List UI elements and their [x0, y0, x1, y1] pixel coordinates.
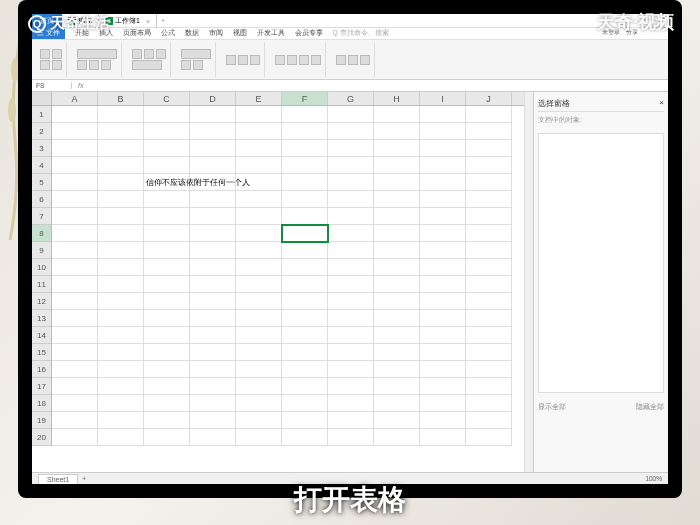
cell-B17[interactable] [98, 378, 144, 395]
scrollbar-vertical[interactable] [524, 92, 533, 472]
cell-D9[interactable] [190, 242, 236, 259]
ribbon-align-r[interactable] [156, 49, 166, 59]
menu-data[interactable]: 数据 [185, 29, 199, 38]
cell-J5[interactable] [466, 174, 512, 191]
cell-B7[interactable] [98, 208, 144, 225]
cell-J10[interactable] [466, 259, 512, 276]
cell-A11[interactable] [52, 276, 98, 293]
cell-E14[interactable] [236, 327, 282, 344]
cell-E20[interactable] [236, 429, 282, 446]
cell-G14[interactable] [328, 327, 374, 344]
cell-A16[interactable] [52, 361, 98, 378]
panel-hide-all[interactable]: 隐藏全部 [636, 403, 664, 412]
ribbon-comma[interactable] [193, 60, 203, 70]
cell-H16[interactable] [374, 361, 420, 378]
cell-C3[interactable] [144, 140, 190, 157]
tab-add[interactable]: + [161, 17, 165, 24]
cell-E10[interactable] [236, 259, 282, 276]
cell-G20[interactable] [328, 429, 374, 446]
cell-I10[interactable] [420, 259, 466, 276]
cell-D8[interactable] [190, 225, 236, 242]
col-header-I[interactable]: I [420, 92, 466, 105]
cell-F10[interactable] [282, 259, 328, 276]
cell-H10[interactable] [374, 259, 420, 276]
row-header-12[interactable]: 12 [32, 293, 52, 310]
cell-J14[interactable] [466, 327, 512, 344]
row-header-11[interactable]: 11 [32, 276, 52, 293]
col-header-G[interactable]: G [328, 92, 374, 105]
cell-F13[interactable] [282, 310, 328, 327]
col-header-A[interactable]: A [52, 92, 98, 105]
cell-G16[interactable] [328, 361, 374, 378]
cell-I18[interactable] [420, 395, 466, 412]
cell-H13[interactable] [374, 310, 420, 327]
cell-B8[interactable] [98, 225, 144, 242]
cell-D3[interactable] [190, 140, 236, 157]
cell-F16[interactable] [282, 361, 328, 378]
cell-E18[interactable] [236, 395, 282, 412]
cell-F6[interactable] [282, 191, 328, 208]
cell-I1[interactable] [420, 106, 466, 123]
cell-F12[interactable] [282, 293, 328, 310]
cell-D20[interactable] [190, 429, 236, 446]
ribbon-filter[interactable] [299, 55, 309, 65]
cell-E12[interactable] [236, 293, 282, 310]
ribbon-bold[interactable] [77, 60, 87, 70]
cell-J16[interactable] [466, 361, 512, 378]
cell-I15[interactable] [420, 344, 466, 361]
cell-E8[interactable] [236, 225, 282, 242]
menu-formula[interactable]: 公式 [161, 29, 175, 38]
zoom-level[interactable]: 100% [645, 475, 662, 482]
cell-C18[interactable] [144, 395, 190, 412]
col-header-B[interactable]: B [98, 92, 144, 105]
cell-B3[interactable] [98, 140, 144, 157]
ribbon-percent[interactable] [181, 60, 191, 70]
cell-B14[interactable] [98, 327, 144, 344]
cell-I7[interactable] [420, 208, 466, 225]
cell-H2[interactable] [374, 123, 420, 140]
cell-I17[interactable] [420, 378, 466, 395]
cell-H4[interactable] [374, 157, 420, 174]
panel-show-all[interactable]: 显示全部 [538, 403, 566, 412]
cell-H11[interactable] [374, 276, 420, 293]
cell-C17[interactable] [144, 378, 190, 395]
ribbon-row-col[interactable] [336, 55, 346, 65]
cell-C14[interactable] [144, 327, 190, 344]
cell-G9[interactable] [328, 242, 374, 259]
cell-A3[interactable] [52, 140, 98, 157]
cell-H18[interactable] [374, 395, 420, 412]
ribbon-align-c[interactable] [144, 49, 154, 59]
cell-E13[interactable] [236, 310, 282, 327]
cell-B1[interactable] [98, 106, 144, 123]
cell-J18[interactable] [466, 395, 512, 412]
row-header-18[interactable]: 18 [32, 395, 52, 412]
cell-G10[interactable] [328, 259, 374, 276]
cell-B20[interactable] [98, 429, 144, 446]
cell-I12[interactable] [420, 293, 466, 310]
cell-B11[interactable] [98, 276, 144, 293]
cell-E11[interactable] [236, 276, 282, 293]
cell-A10[interactable] [52, 259, 98, 276]
cell-F17[interactable] [282, 378, 328, 395]
row-header-15[interactable]: 15 [32, 344, 52, 361]
row-header-3[interactable]: 3 [32, 140, 52, 157]
menu-vip[interactable]: 会员专享 [295, 29, 323, 38]
cell-D7[interactable] [190, 208, 236, 225]
ribbon-font[interactable] [77, 49, 117, 59]
cell-G11[interactable] [328, 276, 374, 293]
row-header-4[interactable]: 4 [32, 157, 52, 174]
cell-C16[interactable] [144, 361, 190, 378]
cell-J1[interactable] [466, 106, 512, 123]
cell-H7[interactable] [374, 208, 420, 225]
cell-E16[interactable] [236, 361, 282, 378]
cell-G8[interactable] [328, 225, 374, 242]
cell-H8[interactable] [374, 225, 420, 242]
cell-G7[interactable] [328, 208, 374, 225]
cell-B13[interactable] [98, 310, 144, 327]
cell-A20[interactable] [52, 429, 98, 446]
cell-E4[interactable] [236, 157, 282, 174]
cell-G15[interactable] [328, 344, 374, 361]
row-header-2[interactable]: 2 [32, 123, 52, 140]
cell-A1[interactable] [52, 106, 98, 123]
cell-G3[interactable] [328, 140, 374, 157]
